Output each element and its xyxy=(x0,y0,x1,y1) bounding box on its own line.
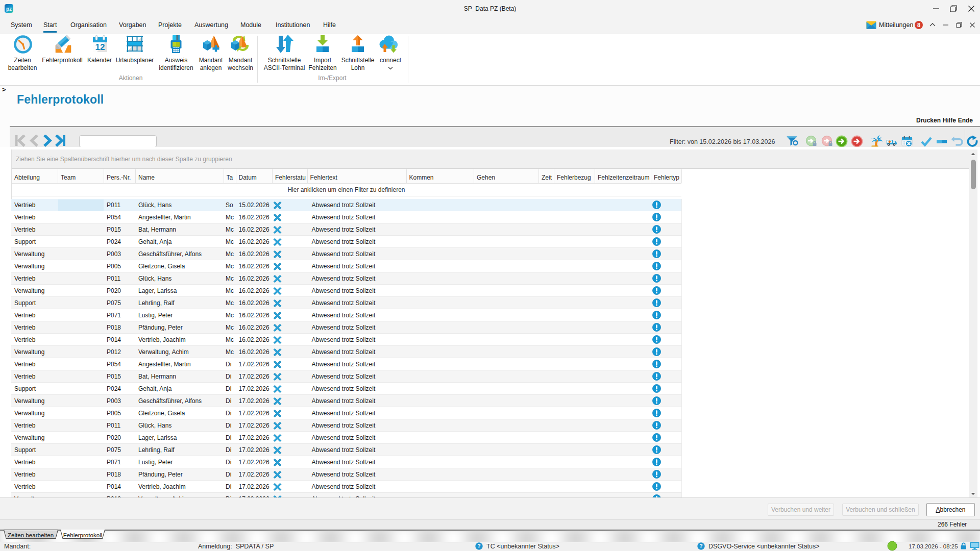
svg-text:12: 12 xyxy=(95,42,105,52)
svg-text:?: ? xyxy=(699,543,702,549)
svg-text:?: ? xyxy=(477,543,480,549)
